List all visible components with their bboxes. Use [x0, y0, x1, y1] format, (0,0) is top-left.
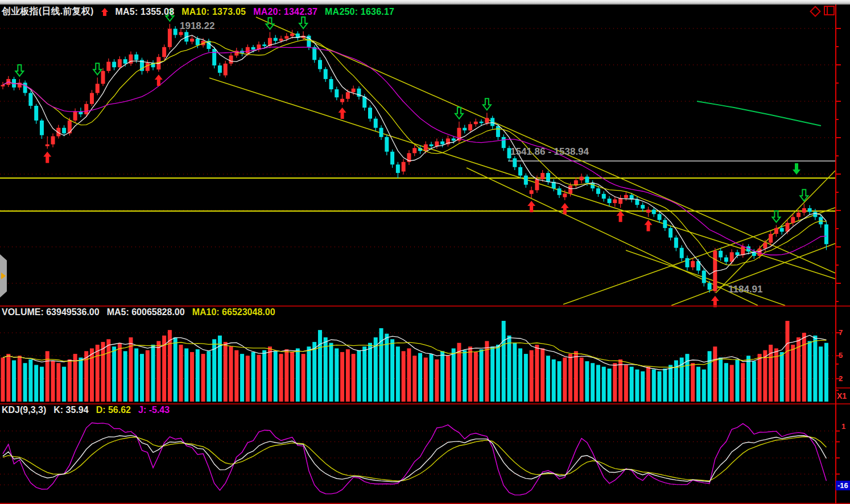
volume-bar [174, 337, 178, 402]
volume-bar [802, 333, 806, 402]
sell-signal-arrow [455, 108, 463, 119]
volume-bar [490, 346, 494, 402]
volume-axis-label-50: 5 [839, 351, 843, 360]
candle-body [669, 228, 672, 238]
candle-body [518, 167, 522, 176]
kdj-k-value: K: 35.94 [53, 405, 88, 415]
candle-body [362, 97, 366, 108]
volume-bar [641, 371, 645, 402]
candle-body [96, 84, 100, 93]
volume-bar [730, 365, 734, 402]
volume-bar [780, 352, 784, 402]
candle-body [251, 47, 255, 50]
volume-bar [318, 330, 322, 402]
volume-bar [129, 337, 133, 402]
volume-bar [813, 336, 817, 402]
volume-bar [602, 367, 606, 402]
candle-body [101, 71, 105, 84]
price-panel-header: 创业板指(日线.前复权) MA5: 1355.08 MA10: 1373.05 … [2, 6, 394, 18]
volume-bar [46, 351, 49, 402]
candle-body [735, 252, 739, 255]
candle-body [379, 128, 383, 137]
range-price-label: 1541.86 - 1538.94 [510, 146, 589, 158]
candle-body [179, 32, 183, 35]
candle-body [246, 47, 250, 53]
candle-body [502, 137, 506, 148]
candle-body [46, 144, 49, 146]
split-window-icon-divider [827, 7, 828, 14]
volume-bar [207, 351, 211, 402]
candle-body [84, 104, 88, 114]
candle-body [28, 93, 32, 106]
volume-bar [624, 365, 628, 402]
volume-bar [302, 354, 306, 402]
volume-bar [62, 367, 66, 402]
candle-body [708, 283, 712, 290]
split-window-icon[interactable] [824, 6, 835, 15]
volume-bar [90, 348, 94, 402]
sell-signal-arrow-solid [793, 163, 801, 175]
volume-bar [452, 348, 456, 402]
kdj-axis-label-100: 1 [841, 422, 845, 431]
candle-body [463, 128, 467, 131]
chart-canvas[interactable] [0, 0, 850, 504]
volume-bar [268, 346, 272, 402]
volume-bar [279, 354, 283, 402]
volume-bar [791, 345, 795, 402]
candle-body [352, 89, 356, 92]
volume-bar [568, 354, 572, 402]
volume-bar [646, 367, 650, 402]
candle-body [73, 111, 77, 121]
candle-body [513, 158, 517, 167]
candle-body [196, 39, 200, 46]
volume-bar [262, 350, 266, 402]
volume-bar [713, 346, 717, 402]
volume-bar [407, 348, 411, 402]
volume-bar [824, 343, 828, 402]
ma5-value: MA5: 1355.08 [115, 7, 175, 17]
candle-body [340, 99, 344, 102]
volume-bar [558, 361, 562, 402]
ma250-line [697, 101, 821, 126]
candle-body [146, 63, 150, 71]
volume-bar [580, 358, 584, 402]
symbol-title: 创业板指(日线.前复权) [2, 6, 94, 18]
candle-body [674, 238, 678, 248]
candle-body [646, 210, 650, 213]
volume-axis-label-75: 7 [839, 328, 843, 337]
candle-body [596, 188, 600, 194]
volume-bar [613, 363, 617, 402]
volume-bar [440, 351, 444, 402]
side-panel-expander-tab[interactable] [0, 254, 7, 298]
candle-body [702, 271, 706, 283]
expand-arrow-icon [1, 272, 6, 279]
candle-body [168, 29, 172, 47]
volume-bar [513, 343, 517, 402]
volume-bar [696, 367, 700, 402]
volume-bar [752, 361, 756, 402]
volume-bar [240, 354, 244, 402]
volume-bar [134, 348, 138, 402]
candle-body [368, 108, 372, 118]
volume-bar [312, 342, 316, 402]
volume-bar [229, 346, 233, 402]
volume-bar [524, 354, 528, 402]
candle-body [440, 142, 444, 144]
volume-bar [101, 342, 105, 402]
volume-bar [535, 345, 539, 402]
volume-bar [362, 346, 366, 402]
volume-panel-header: VOLUME: 63949536.00 MA5: 60065828.00 MA1… [2, 307, 275, 317]
candle-body [808, 208, 812, 212]
sell-signal-arrow [15, 65, 23, 76]
low-price-label: 1184.91 [728, 284, 763, 295]
candle-body [318, 60, 322, 69]
volume-bar [608, 369, 612, 402]
volume-bar [140, 354, 144, 402]
candle-body [435, 142, 439, 146]
candle-body [530, 190, 534, 193]
sell-signal-arrow [299, 17, 307, 28]
candle-body [106, 62, 110, 71]
candle-body [324, 69, 328, 79]
volume-bar [591, 363, 595, 402]
candle-body [813, 212, 817, 217]
